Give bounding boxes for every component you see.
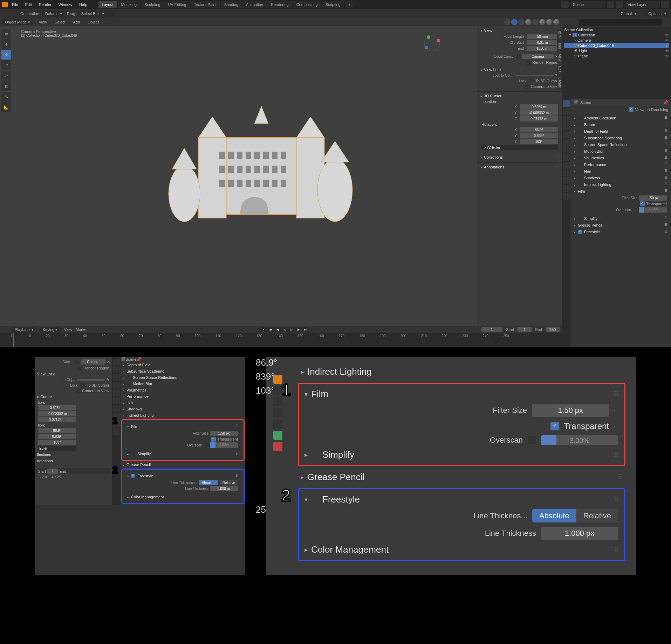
menu-help[interactable]: Help — [76, 1, 90, 8]
tab-rendering[interactable]: Rendering — [267, 1, 292, 8]
i1-ssr-checkbox[interactable] — [126, 375, 131, 380]
scene-browse-icon[interactable] — [561, 1, 569, 8]
transform-tool[interactable]: ◧ — [1, 81, 11, 91]
playback-dropdown[interactable]: Playback ▾ — [12, 327, 36, 333]
i1-thickness-input[interactable]: 1.000 px — [210, 486, 238, 491]
i1-lockobj-input[interactable] — [77, 379, 105, 381]
section-shadows[interactable]: Shadows⠿ — [572, 174, 670, 181]
i1-indir[interactable]: Indirect Lighting — [121, 412, 245, 418]
tab-scripting[interactable]: Scripting — [322, 1, 344, 8]
outliner-display-icon[interactable] — [571, 19, 577, 26]
i1-colormgmt[interactable]: Color Management — [125, 494, 241, 500]
i2-overscan-slider[interactable]: 3.00% — [541, 435, 618, 445]
i1-dof[interactable]: Depth of Field — [121, 362, 245, 368]
measure-tool[interactable]: 📐 — [1, 102, 11, 112]
tab-compositing[interactable]: Compositing — [293, 1, 321, 8]
tab-sculpting[interactable]: Sculpting — [141, 1, 164, 8]
keyframe-prev-icon[interactable]: ◀ — [274, 327, 281, 332]
i1-ptab[interactable] — [113, 382, 120, 389]
vp-menu-select[interactable]: Select — [53, 19, 68, 25]
vp-menu-view[interactable]: View — [36, 19, 49, 25]
i1-3dcursor-checkbox[interactable] — [80, 383, 85, 388]
i1-ptab[interactable] — [113, 374, 120, 381]
i1-rv1[interactable]: 86.9° — [38, 428, 76, 433]
rot-y-input[interactable]: 0.839° — [520, 133, 558, 138]
npanel-tab-edit[interactable]: Edit — [557, 64, 562, 74]
section-subsurface-scattering[interactable]: Subsurface Scattering⠿ — [572, 134, 670, 141]
3d-viewport[interactable]: ▭ ✛ ✥ ⟲ ⤢ ◧ ✎ 📐 Camera Perspective (1) C… — [0, 26, 562, 326]
viewlayer-browse-icon[interactable] — [616, 1, 623, 8]
move-tool[interactable]: ✥ — [1, 50, 11, 60]
collections-header[interactable]: Collections⠿ — [480, 154, 560, 160]
3dcursor-header[interactable]: 3D Cursor⠿ — [480, 92, 560, 99]
render-region-checkbox[interactable] — [526, 60, 531, 65]
tab-animation[interactable]: Animation — [242, 1, 267, 8]
scene-new-button[interactable] — [607, 1, 614, 8]
i1-v1[interactable]: 0.3254 m — [38, 405, 76, 410]
section-screen-space-reflections[interactable]: Screen Space Reflections⠿ — [572, 141, 670, 148]
lock-camtoview-checkbox[interactable] — [525, 84, 529, 89]
i1-shad[interactable]: Shadows — [121, 406, 245, 412]
film-header[interactable]: Film⠿ — [572, 188, 670, 194]
i1-hair[interactable]: Hair — [121, 400, 245, 406]
i1-renderregion-checkbox[interactable] — [77, 366, 82, 371]
mode-dropdown[interactable]: Object Mode ▾ — [2, 19, 33, 25]
nav-gizmo[interactable] — [422, 33, 443, 54]
material-props-tab[interactable] — [563, 185, 570, 192]
clip-end-input[interactable]: 1000 m — [527, 46, 558, 51]
i2-film-header[interactable]: ▾Film⠿ — [302, 387, 622, 402]
modifier-props-tab[interactable] — [563, 146, 570, 153]
autokeying-icon[interactable]: ● — [260, 327, 267, 332]
lock-to-obj-input[interactable] — [515, 75, 554, 76]
section-hair[interactable]: Hair⠿ — [572, 168, 670, 174]
i1-freestyle-checkbox[interactable] — [131, 474, 135, 478]
view-panel-header[interactable]: View⠿ — [480, 27, 560, 34]
loc-z-input[interactable]: 0.07178 m — [520, 116, 558, 122]
particle-props-tab[interactable] — [563, 154, 570, 161]
transparent-checkbox[interactable] — [640, 201, 645, 206]
loc-y-input[interactable]: -0.008332 m — [520, 110, 558, 116]
rot-x-input[interactable]: 86.9° — [520, 127, 558, 132]
i2-abs-button[interactable]: Absolute — [532, 509, 576, 522]
npanel-tab-item[interactable]: Item — [557, 29, 562, 40]
i2-freestyle-header[interactable]: ▾Freestyle⠿ — [302, 492, 622, 507]
i1-abs-button[interactable]: Absolute — [199, 480, 218, 485]
rotate-tool[interactable]: ⟲ — [1, 60, 11, 70]
world-props-tab[interactable] — [563, 131, 570, 138]
cursor-tool[interactable]: ✛ — [1, 39, 11, 49]
overlay-icon[interactable] — [518, 19, 525, 25]
play-icon[interactable]: ▷ — [288, 327, 295, 332]
i1-ptab[interactable] — [113, 366, 120, 373]
i2-indir-header[interactable]: ▸Indirect Lighting — [298, 364, 625, 379]
i1-cam-toggle[interactable] — [75, 360, 80, 365]
tab-shading[interactable]: Shading — [221, 1, 242, 8]
i1-filtersize-input[interactable]: 1.50 px — [210, 431, 238, 436]
start-frame-input[interactable]: 1 — [518, 327, 532, 332]
output-props-tab[interactable] — [563, 108, 570, 115]
keyframe-next-icon[interactable]: ▶ — [295, 327, 302, 332]
i1-cam-input[interactable]: Camera — [81, 359, 105, 365]
npanel-tab-view[interactable]: View — [557, 52, 562, 64]
scene-collection-row[interactable]: Scene Collection — [564, 27, 669, 32]
orientation-dropdown[interactable]: Default — [42, 11, 65, 17]
menu-edit[interactable]: Edit — [22, 1, 35, 8]
i1-rel-button[interactable]: Relative — [220, 480, 238, 485]
i2-transparent-checkbox[interactable] — [550, 422, 559, 430]
i2-constraint-icon[interactable] — [273, 420, 282, 429]
section-motion-blur[interactable]: Motion Blur⠿ — [572, 148, 670, 154]
physics-props-tab[interactable] — [563, 162, 570, 169]
i1-annot-header[interactable]: notations — [36, 458, 111, 464]
data-props-tab[interactable] — [563, 177, 570, 184]
overscan-checkbox[interactable] — [632, 207, 637, 212]
i1-ssr[interactable]: Screen Space Reflections — [121, 374, 245, 381]
i1-mb-checkbox[interactable] — [126, 382, 131, 386]
shading-wireframe-icon[interactable] — [532, 19, 539, 25]
shading-matprev-icon[interactable] — [546, 19, 553, 25]
i1-simplify[interactable]: Simplify⠿ — [125, 450, 241, 457]
current-frame-input[interactable]: 1 — [481, 327, 502, 332]
lock-3dcursor-checkbox[interactable] — [529, 78, 534, 83]
i1-eyedropper-icon[interactable]: ✎ — [106, 378, 109, 382]
menu-render[interactable]: Render — [36, 1, 54, 8]
i1-cam-clear-icon[interactable]: ✕ — [107, 360, 110, 364]
i1-cursor-header[interactable]: o Cursor — [36, 394, 111, 400]
